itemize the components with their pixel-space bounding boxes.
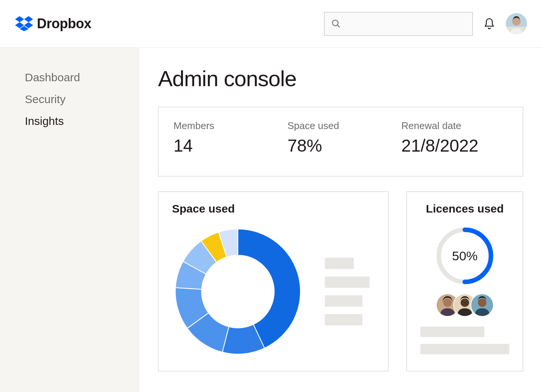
stat-label: Renewal date <box>401 120 508 132</box>
placeholder-bar <box>325 295 362 307</box>
search-input[interactable] <box>346 20 466 28</box>
legend-placeholder <box>325 258 375 325</box>
panel-title: Licences used <box>426 202 504 215</box>
sidebar-item-insights[interactable]: Insights <box>25 110 64 132</box>
header: Dropbox <box>0 0 542 48</box>
stat-space-used: Space used 78% <box>288 120 394 156</box>
svg-marker-1 <box>24 16 33 22</box>
placeholder-bar <box>325 258 354 269</box>
placeholder-bar <box>325 277 370 288</box>
licences-percent-label: 50% <box>435 226 495 286</box>
member-avatar[interactable] <box>470 293 494 317</box>
stats-card: Members 14 Space used 78% Renewal date 2… <box>158 107 523 176</box>
brand-logo[interactable]: Dropbox <box>15 16 91 32</box>
stat-value: 14 <box>174 135 280 156</box>
sidebar: Dashboard Security Insights <box>0 48 139 392</box>
search-box[interactable] <box>324 12 473 36</box>
svg-point-15 <box>461 298 469 307</box>
placeholder-bar <box>420 327 484 337</box>
bell-icon <box>483 18 495 30</box>
sidebar-item-label: Dashboard <box>25 71 80 84</box>
notifications-button[interactable] <box>482 16 497 31</box>
member-avatars <box>436 293 494 317</box>
panel-title: Space used <box>172 202 375 215</box>
sidebar-item-security[interactable]: Security <box>25 88 65 110</box>
page-title: Admin console <box>158 66 523 91</box>
stat-members: Members 14 <box>174 120 280 156</box>
main-content: Admin console Members 14 Space used 78% … <box>139 48 542 392</box>
panel-licences-used: Licences used 50% <box>406 191 523 371</box>
placeholder-bar <box>325 314 362 325</box>
stat-label: Space used <box>288 120 394 132</box>
space-used-donut-chart <box>172 226 304 357</box>
sidebar-item-dashboard[interactable]: Dashboard <box>25 67 80 88</box>
licences-progress-ring: 50% <box>435 226 495 286</box>
sidebar-item-label: Security <box>25 93 65 105</box>
stat-renewal-date: Renewal date 21/8/2022 <box>401 120 508 156</box>
svg-point-19 <box>478 298 486 307</box>
svg-line-6 <box>337 25 340 27</box>
brand-name: Dropbox <box>37 16 91 32</box>
search-icon <box>331 19 341 29</box>
sidebar-item-label: Insights <box>25 115 64 127</box>
svg-marker-0 <box>15 16 24 22</box>
panel-space-used: Space used <box>158 191 388 371</box>
placeholder-bar <box>420 344 509 354</box>
dropbox-icon <box>15 16 33 31</box>
stat-label: Members <box>174 120 280 132</box>
account-avatar[interactable] <box>506 13 527 34</box>
stat-value: 78% <box>288 135 394 156</box>
stat-value: 21/8/2022 <box>401 135 508 156</box>
licences-placeholder <box>420 327 509 354</box>
svg-point-5 <box>332 20 338 26</box>
svg-point-13 <box>443 298 452 307</box>
